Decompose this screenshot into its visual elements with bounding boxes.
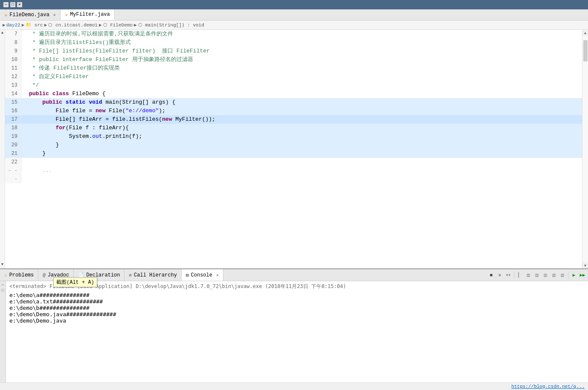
console-body: — □ <terminated> FileDemo [Java Applicat… [0,281,588,382]
tab-console-close[interactable]: ✕ [216,273,219,278]
line-17: 17 File[] fileArr = file.listFiles(new M… [5,115,582,124]
tooltip: 截图(Alt + A) [53,277,97,287]
toolbar-layout-btn2[interactable]: ◫ [533,271,541,279]
window-controls[interactable]: — □ ✕ [3,2,22,7]
line-content-ellipsis: ... [26,166,52,175]
breadcrumb-method[interactable]: ⬡ main(String[]) : void [138,22,204,28]
toolbar-run-btn[interactable]: ▶ [570,271,578,279]
line-num-18: 18 [5,124,21,132]
line-9: 9 * File[] listFiles(FileFilter filter) … [5,47,582,55]
line-num-21: 21 [5,149,21,158]
tab-problems[interactable]: ⚠ Problems [0,269,38,281]
scroll-up-btn[interactable]: ▲ [1,31,3,35]
maximize-icon[interactable]: □ [2,288,4,293]
toolbar-debug-btn[interactable]: ▶▶ [579,271,586,279]
line-content-17: File[] fileArr = file.listFiles(new MyFi… [26,115,215,124]
line-content-8: * 遍历目录方法listFiles()重载形式 [26,38,131,47]
tab-filedemo-close[interactable]: ✕ [53,12,56,17]
toolbar-pin-btn[interactable]: ▏ [516,271,524,279]
line-num-9: 9 [5,47,21,55]
scroll-down-arrow[interactable]: ▼ [582,262,588,268]
line-content-7: * 遍历目录的时候,可以根据需要,只获取满足条件的文件 [26,30,173,38]
toolbar-sep2 [568,272,568,279]
line-num-15: 15 [5,98,21,107]
line-content-14: public class FileDemo { [26,90,105,98]
tab-myfilter[interactable]: ☕ MyFilter.java [61,9,115,20]
toolbar-stop-btn[interactable]: ■ [487,271,495,279]
scroll-up-arrow[interactable]: ▲ [582,30,588,36]
editor-tab-bar: ☕ FileDemo.java ✕ ☕ MyFilter.java [0,9,588,20]
left-margin-area: ▲ ▼ [0,30,5,268]
line-content-18: for(File f : fileArr){ [26,124,129,132]
line-8: 8 * 遍历目录方法listFiles()重载形式 [5,38,582,47]
breadcrumb-arrow: ▶ [3,22,6,28]
editor-area: ▲ ▼ 7 * 遍历目录的时候,可以根据需要,只获取满足条件的文件 8 * 遍历… [0,30,588,268]
javadoc-icon: @ [43,273,46,278]
line-num-13: 13 [5,81,21,90]
line-16: 16 File file = new File("e://demo"); [5,107,582,115]
line-content-10: * public interface FileFilter 用于抽象路径名的过滤… [26,55,193,64]
toolbar-removeall-btn[interactable]: ✕✕ [504,271,512,279]
status-bar-link[interactable]: https://blog.csdn.net/q... [511,384,585,389]
breadcrumb-class[interactable]: ⬡ FileDemo [103,22,133,28]
line-content-11: * 传递 FileFilter接口的实现类 [26,64,120,73]
toolbar-remove-btn[interactable]: ✕ [496,271,504,279]
line-num-22: 22 [5,158,21,166]
line-content-12: * 自定义FileFilter [26,73,89,81]
breadcrumb: ▶ day22 ▶ 📁 src ▶ ⬡ cn.itcast.demo1 ▶ ⬡ … [0,20,588,30]
toolbar-layout-btn1[interactable]: ◫ [524,271,532,279]
toolbar-layout-btn3[interactable]: ◫ [542,271,549,279]
code-editor[interactable]: 7 * 遍历目录的时候,可以根据需要,只获取满足条件的文件 8 * 遍历目录方法… [5,30,582,268]
line-21: 21 } [5,149,582,158]
line-content-21: } [26,149,46,158]
line-12: 12 * 自定义FileFilter [5,73,582,81]
tab-filedemo-label: FileDemo.java [9,12,49,18]
console-output-1: e:\demo\a############### [9,292,585,298]
line-20: 20 } [5,141,582,149]
callhierarchy-icon: ⇄ [129,272,132,278]
breadcrumb-day22[interactable]: day22 [6,23,20,28]
scroll-down-btn[interactable]: ▼ [1,262,3,267]
line-content-20: } [26,141,59,149]
toolbar-layout-btn4[interactable]: ◫ [550,271,558,279]
console-icon: ▤ [186,272,189,278]
minimize-icon[interactable]: — [2,283,4,287]
line-18: 18 for(File f : fileArr){ [5,124,582,132]
line-num-8: 8 [5,38,21,47]
line-num-12: 12 [5,73,21,81]
line-19: 19 System.out.println(f); [5,132,582,141]
tab-console-label: Console [191,272,212,278]
console-left-btns: — □ [0,281,6,382]
breadcrumb-src[interactable]: 📁 src [26,22,43,28]
tab-console[interactable]: ▤ Console ✕ [182,269,223,281]
line-num-7: 7 [5,30,21,38]
breadcrumb-package[interactable]: ⬡ cn.itcast.demo1 [48,22,98,28]
editor-vscrollbar[interactable]: ▲ ▼ [582,30,588,268]
tab-myfilter-label: MyFilter.java [70,12,110,17]
line-7: 7 * 遍历目录的时候,可以根据需要,只获取满足条件的文件 [5,30,582,38]
tooltip-text: 截图(Alt + A) [56,279,94,285]
console-output-2: e:\demo\a.txt############### [9,298,585,305]
line-num-14: 14 [5,90,21,98]
line-11: 11 * 传递 FileFilter接口的实现类 [5,64,582,73]
toolbar-sep1 [514,272,514,279]
tab-filedemo[interactable]: ☕ FileDemo.java ✕ [0,9,61,20]
line-14: 14 public class FileDemo { [5,90,582,98]
line-num-17: 17 [5,115,21,124]
toolbar-layout-btn5[interactable]: ◫ [559,271,566,279]
line-15: 15 public static void main(String[] args… [5,98,582,107]
console-content-area[interactable]: <terminated> FileDemo [Java Application]… [6,281,588,382]
line-content-19: System.out.println(f); [26,132,142,141]
console-output-4: e:\demo\Demo.java############### [9,311,585,317]
tab-callhierarchy[interactable]: ⇄ Call Hierarchy [125,269,181,281]
line-10: 10 * public interface FileFilter 用于抽象路径名… [5,55,582,64]
line-content-9: * File[] listFiles(FileFilter filter) 接口… [26,47,210,55]
line-13: 13 */ [5,81,582,90]
panel-tabs: ⚠ Problems @ Javadoc 📄 Declaration ⇄ Cal… [0,269,223,281]
line-content-15: public static void main(String[] args) { [26,98,175,107]
console-toolbar: ■ ✕ ✕✕ ▏ ◫ ◫ ◫ ◫ ◫ ▶ ▶▶ [486,269,588,281]
java-file-icon-2: ☕ [65,11,68,17]
line-num-20: 20 [5,141,21,149]
line-num-19: 19 [5,132,21,141]
line-num-ellipsis: - - - [5,166,21,183]
